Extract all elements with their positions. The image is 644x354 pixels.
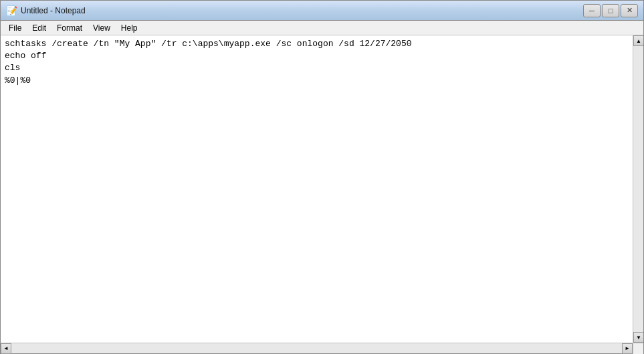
close-button[interactable]: ✕ xyxy=(621,4,638,17)
menu-view[interactable]: View xyxy=(88,22,116,34)
menu-bar: File Edit Format View Help xyxy=(1,21,643,35)
scroll-down-button[interactable]: ▼ xyxy=(633,332,643,343)
minimize-button[interactable]: ─ xyxy=(583,4,601,17)
title-buttons: ─ □ ✕ xyxy=(583,4,638,17)
scrollbar-corner xyxy=(633,343,643,354)
restore-button[interactable]: □ xyxy=(602,4,619,17)
scroll-right-button[interactable]: ► xyxy=(622,343,633,354)
title-bar-left: 📝 Untitled - Notepad xyxy=(6,5,86,16)
scroll-up-button[interactable]: ▲ xyxy=(633,35,643,46)
horizontal-scrollbar-container: ◄ ► xyxy=(1,343,643,353)
window-title: Untitled - Notepad xyxy=(21,6,86,15)
notepad-icon: 📝 xyxy=(6,5,17,16)
notepad-window: 📝 Untitled - Notepad ─ □ ✕ File Edit For… xyxy=(0,0,644,354)
editor-container: schtasks /create /tn "My App" /tr c:\app… xyxy=(1,35,643,343)
title-bar: 📝 Untitled - Notepad ─ □ ✕ xyxy=(1,1,643,21)
menu-file[interactable]: File xyxy=(3,22,27,34)
menu-format[interactable]: Format xyxy=(51,22,88,34)
scroll-left-button[interactable]: ◄ xyxy=(1,343,11,354)
scroll-track-v[interactable] xyxy=(633,46,643,332)
scroll-track-h[interactable] xyxy=(11,343,622,353)
vertical-scrollbar: ▲ ▼ xyxy=(633,35,643,343)
menu-edit[interactable]: Edit xyxy=(27,22,51,34)
text-editor[interactable]: schtasks /create /tn "My App" /tr c:\app… xyxy=(1,35,633,343)
menu-help[interactable]: Help xyxy=(116,22,143,34)
horizontal-scrollbar: ◄ ► xyxy=(1,343,633,353)
